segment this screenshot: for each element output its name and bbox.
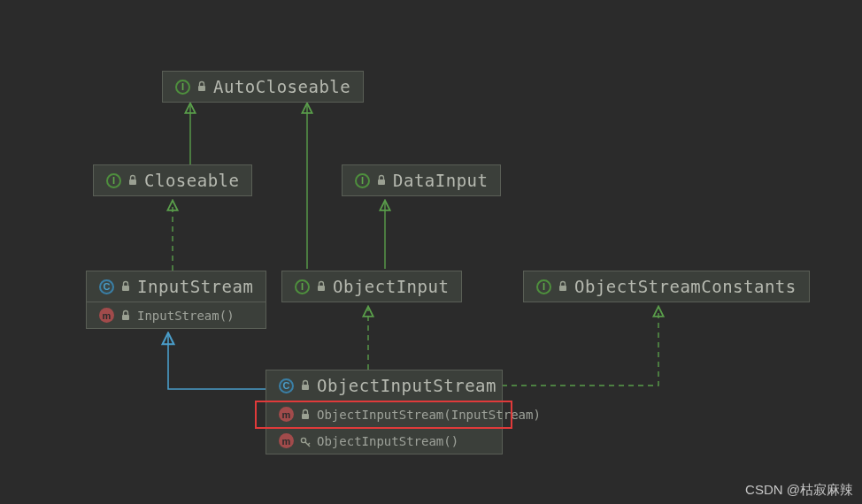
svg-rect-3 <box>122 286 129 291</box>
interface-icon: I <box>106 173 121 188</box>
lock-icon <box>315 280 327 293</box>
svg-rect-2 <box>378 179 385 185</box>
node-title: DataInput <box>393 171 488 190</box>
member-label: ObjectInputStream() <box>317 434 458 448</box>
class-icon: C <box>279 378 294 393</box>
node-auto-closeable[interactable]: I AutoCloseable <box>162 71 364 103</box>
node-object-input[interactable]: I ObjectInput <box>281 271 462 302</box>
lock-icon <box>196 80 208 93</box>
lock-icon <box>127 174 139 187</box>
method-icon: m <box>279 433 294 448</box>
interface-icon: I <box>536 279 551 294</box>
svg-rect-8 <box>302 414 309 419</box>
node-title: ObjectInputStream <box>317 376 496 395</box>
svg-rect-7 <box>302 385 309 390</box>
key-icon <box>299 435 312 447</box>
node-title: InputStream <box>137 277 253 296</box>
member-label: InputStream() <box>137 309 235 323</box>
interface-icon: I <box>175 80 190 95</box>
svg-rect-0 <box>198 86 205 91</box>
node-data-input[interactable]: I DataInput <box>342 164 501 196</box>
class-icon: C <box>99 279 114 294</box>
member-row[interactable]: m ObjectInputStream() <box>266 427 502 454</box>
interface-icon: I <box>355 173 370 188</box>
node-title: AutoCloseable <box>213 77 350 96</box>
member-row[interactable]: m InputStream() <box>87 302 266 328</box>
method-icon: m <box>99 308 114 323</box>
lock-icon <box>299 409 312 421</box>
node-title: ObjectStreamConstants <box>574 277 797 296</box>
node-title: Closeable <box>144 171 239 190</box>
interface-icon: I <box>295 279 310 294</box>
svg-rect-4 <box>122 315 129 320</box>
node-object-stream-constants[interactable]: I ObjectStreamConstants <box>523 271 810 302</box>
lock-icon <box>119 309 132 322</box>
node-title: ObjectInput <box>333 277 449 296</box>
lock-icon <box>119 280 132 293</box>
node-closeable[interactable]: I Closeable <box>93 164 252 196</box>
svg-point-9 <box>301 438 305 442</box>
lock-icon <box>299 379 312 392</box>
node-object-input-stream[interactable]: C ObjectInputStream m ObjectInputStream(… <box>266 370 503 454</box>
lock-icon <box>375 174 388 187</box>
member-row[interactable]: m ObjectInputStream(InputStream) <box>266 401 502 427</box>
method-icon: m <box>279 407 294 422</box>
node-input-stream[interactable]: C InputStream m InputStream() <box>86 271 266 329</box>
watermark: CSDN @枯寂麻辣 <box>745 482 853 499</box>
svg-rect-6 <box>559 286 566 291</box>
lock-icon <box>557 280 569 293</box>
member-label: ObjectInputStream(InputStream) <box>317 408 541 422</box>
svg-rect-1 <box>129 179 136 185</box>
svg-rect-5 <box>318 286 325 291</box>
